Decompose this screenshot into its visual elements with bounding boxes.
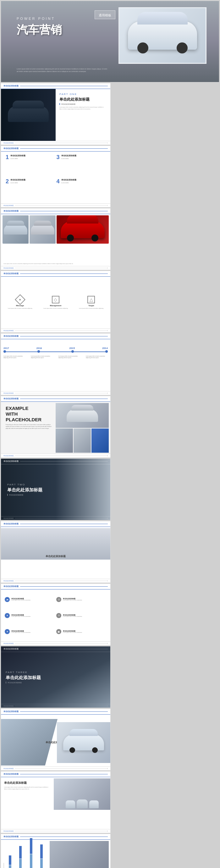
car-dark-visual bbox=[1, 83, 56, 145]
slide5-footer-line bbox=[15, 331, 107, 331]
chart-right: Lorem ipsum dolor sit amet consectetur a… bbox=[50, 841, 109, 868]
elec-car-vis bbox=[57, 722, 110, 763]
icon-text-4: 单击此处添加标题 Lorem ipsum dolor sit amet cons… bbox=[63, 614, 82, 617]
lineup-car-3 bbox=[89, 800, 99, 808]
slide7-footer: 单击此处添加标题 3 bbox=[1, 454, 110, 458]
icon-text-3: 单击此处添加标题 Lorem ipsum dolor sit amet cons… bbox=[11, 614, 30, 617]
bar-group-3: 2016 bbox=[26, 838, 36, 868]
icon-list: ☁ 单击此处添加标题 Lorem ipsum dolor sit amet co… bbox=[3, 591, 108, 641]
slide3-header: 单击此处添加标题 bbox=[1, 146, 110, 152]
slide3-header-title: 单击此处添加标题 bbox=[3, 147, 19, 150]
slide12-footer-line bbox=[15, 768, 107, 769]
slide-7: 单击此处添加标题 EXAMPLEWITH PLACEHOLDER Frequen… bbox=[1, 396, 111, 458]
icon-circle-3: ♦ bbox=[5, 613, 10, 618]
car-3-wr bbox=[91, 235, 98, 242]
car-dark-body bbox=[8, 106, 49, 122]
slide8-page-num: 4 bbox=[107, 518, 108, 519]
content-item-4: 4 单击此处添加标题 CLICK HERE bbox=[57, 179, 106, 201]
slide8-header-title: 单击此处添加标题 bbox=[3, 460, 19, 463]
car-image-area bbox=[119, 7, 207, 64]
subtitle-box: 通用模板 bbox=[95, 10, 115, 19]
car-roof bbox=[137, 12, 188, 25]
icon-desc-2: Lorem ipsum dolor sit amet consectetur bbox=[63, 599, 82, 601]
slide3-header-line bbox=[20, 148, 108, 149]
icon-sym-4: ⊙ bbox=[58, 614, 60, 617]
car-1-visual bbox=[2, 215, 29, 244]
slide10-footer-line bbox=[15, 643, 107, 644]
slide2-header: 单击此处添加标题 bbox=[1, 83, 110, 89]
main-title: 汽车营销 bbox=[17, 22, 62, 38]
slide9-page-num: 4 bbox=[107, 580, 108, 582]
ct-title-2: 单击此处添加标题 bbox=[61, 154, 76, 157]
part-one-content-overlay: PART ONE 单击此处添加标题 单击此处添加副标题 Lorem ipsum … bbox=[58, 91, 107, 112]
slide-10: 单击此处添加标题 ☁ 单击此处添加标题 Lorem ipsum dolor si… bbox=[1, 584, 111, 645]
chart-car-img bbox=[50, 841, 109, 868]
slide10-header: 单击此处添加标题 bbox=[1, 584, 110, 589]
feature-title-2: Management bbox=[50, 305, 62, 307]
icon-text-6: 单击此处添加标题 Lorem ipsum dolor sit amet cons… bbox=[63, 630, 82, 633]
slide7-header-title: 单击此处添加标题 bbox=[3, 397, 19, 400]
icon-item-6: ▣ 单击此处添加标题 Lorem ipsum dolor sit amet co… bbox=[56, 624, 106, 639]
tdot-2 bbox=[37, 350, 40, 353]
slide12-footer-text: 单击此处添加标题 bbox=[3, 768, 13, 769]
slide5-header-line bbox=[20, 274, 108, 274]
part-three-subtitle: 单击此处添加副标题 bbox=[6, 682, 41, 683]
ex-car-3 bbox=[73, 429, 91, 453]
slide10-footer-text: 单击此处添加标题 bbox=[3, 643, 13, 644]
icon-item-3: ♦ 单击此处添加标题 Lorem ipsum dolor sit amet co… bbox=[5, 608, 55, 623]
slide3-page-num: 1 bbox=[107, 205, 108, 206]
car-3-wl bbox=[67, 235, 74, 242]
slide-11: 单击此处添加标题 PART THREE 单击此处添加标题 单击此处添加副标题 单… bbox=[1, 646, 111, 708]
icon-desc-1: Lorem ipsum dolor sit amet consectetur bbox=[11, 599, 30, 601]
content-num-3: 2 bbox=[6, 179, 9, 184]
bar-3b bbox=[30, 854, 32, 868]
part-three-label: PART THREE bbox=[6, 671, 41, 674]
car-wheel-left bbox=[137, 42, 148, 54]
part-two-label: PART TWO bbox=[7, 483, 42, 486]
ct-sub-3: CLICK HERE bbox=[10, 182, 26, 184]
slide12-header-line bbox=[20, 711, 108, 712]
slide-8: 单击此处添加标题 PART TWO 单击此处添加标题 单击此处添加副标题 单击此… bbox=[1, 458, 111, 520]
slide12-page-num: 6 bbox=[107, 768, 108, 769]
bar-chart: 2014 2015 2016 2017 bbox=[3, 863, 48, 868]
bar-group-2: 2015 bbox=[16, 846, 26, 868]
timeline-area: 2017 2016 2015 2014 Lorem ipsum dolor si… bbox=[3, 340, 108, 390]
slide4-header: 单击此处添加标题 bbox=[1, 209, 110, 214]
slide6-header-line bbox=[20, 336, 108, 336]
tdot-4 bbox=[105, 350, 108, 353]
slide2-footer: 单击此处添加标题 1 bbox=[1, 141, 110, 145]
cars-lineup-vis bbox=[54, 778, 110, 810]
slide4-footer: 单击此处添加标题 2 bbox=[1, 266, 110, 270]
slide7-header-line bbox=[20, 399, 108, 399]
car-bg-left bbox=[1, 83, 56, 145]
timeline-items: Lorem ipsum dolor sit amet consectetur a… bbox=[3, 355, 108, 359]
elec-wr bbox=[92, 747, 98, 753]
feature-icon-1: ▼ bbox=[15, 294, 26, 305]
bar-1a bbox=[9, 856, 11, 865]
slide13-footer: 单击此处添加标题 6 bbox=[1, 829, 110, 833]
part-title-2: 单击此处添加标题 bbox=[59, 97, 105, 102]
slide9-footer: 单击此处添加标题 4 bbox=[1, 579, 110, 583]
car-body bbox=[128, 21, 197, 50]
car-thumb-3-large bbox=[57, 215, 109, 244]
slide13-page-num: 6 bbox=[107, 830, 108, 832]
titem-3: Lorem ipsum dolor sit amet consectetur a… bbox=[59, 355, 81, 359]
cars-lineup bbox=[54, 778, 110, 810]
slides-container: POWER POINT 汽车营销 通用模板 Lorem ipsum dolor … bbox=[0, 0, 220, 868]
slide11-page-num: 6 bbox=[107, 705, 108, 707]
slide13-header-title: 单击此处添加标题 bbox=[3, 773, 19, 776]
content-text-2: 单击此处添加标题 CLICK HERE bbox=[61, 154, 76, 159]
lineup-click-title: 单击此处添加标题 bbox=[4, 781, 51, 785]
slide14-header-title: 单击此处添加标题 bbox=[3, 835, 19, 838]
part-three-content: PART THREE 单击此处添加标题 单击此处添加副标题 bbox=[6, 671, 41, 683]
ex-car-body bbox=[67, 409, 98, 422]
slide9-header-line bbox=[20, 524, 108, 524]
elec-wl bbox=[69, 747, 75, 753]
feature-desc-2: Lorem ipsum dolor sit amet consectetur a… bbox=[43, 308, 68, 309]
feature-2: ◇ Management Lorem ipsum dolor sit amet … bbox=[39, 296, 72, 309]
example-car-img-1 bbox=[56, 403, 109, 428]
feature-1: ▼ Message Lorem ipsum dolor sit amet con… bbox=[3, 296, 36, 309]
part-two-content: PART TWO 单击此处添加标题 单击此处添加副标题 bbox=[7, 483, 42, 496]
content-num-1: 1 bbox=[6, 154, 9, 160]
bar-3a bbox=[30, 838, 32, 854]
